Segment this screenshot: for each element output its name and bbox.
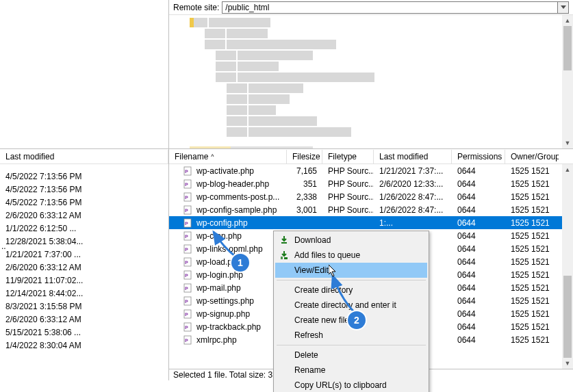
list-item[interactable]: 1/1/2022 6:12:50 ... [0,222,168,235]
col-filesize[interactable]: Filesize [287,150,322,164]
perm-cell: 0644 [452,179,505,190]
scroll-up-arrow[interactable]: ▲ [562,15,573,26]
list-item[interactable]: 12/28/2021 5:38:04... [0,235,168,248]
size-cell: 2,338 [287,192,322,202]
perm-cell: 0644 [452,192,505,202]
perm-cell: 0644 [452,335,505,345]
date-cell: 4/5/2022 7:13:56 PM [0,184,168,195]
col-owner-group[interactable]: Owner/Group [505,150,559,164]
table-row[interactable]: wp-comments-post.p...2,338PHP Sourc...1/… [169,190,573,203]
table-row[interactable]: wp-blog-header.php351PHP Sourc...2/6/202… [169,177,573,190]
own-cell: 1525 1521 [505,309,559,319]
cursor-icon [329,265,340,278]
download-icon [278,234,290,246]
own-cell: 1525 1521 [505,205,559,215]
type-cell [322,222,374,224]
menu-item-label: View/Edit [294,265,329,275]
scroll-down-arrow[interactable]: ▼ [562,138,573,148]
menu-item-rename[interactable]: Rename [275,363,427,378]
list-item[interactable]: 1/4/2022 8:30:04 AM [0,339,168,352]
list-item[interactable]: 1/21/2021 7:37:00 ... [0,248,168,261]
list-scrollbar[interactable]: ▲ ▼ [562,164,573,369]
php-file-icon [183,179,194,190]
own-cell: 1525 1521 [505,322,559,332]
remote-tree-area[interactable]: ▲ ▼ [169,15,573,148]
menu-separator [277,345,426,345]
col-permissions[interactable]: Permissions [452,150,505,164]
menu-item-label: Refresh [294,330,323,340]
list-item[interactable]: 4/5/2022 7:13:56 PM [0,183,168,196]
table-row[interactable]: wp-config-sample.php3,001PHP Sourc...1/2… [169,203,573,216]
list-item[interactable]: 4/5/2022 7:13:56 PM [0,170,168,183]
col-last-modified[interactable]: Last modified [0,150,168,164]
mod-cell: 1/26/2022 8:47:... [374,192,452,202]
col-last-modified[interactable]: Last modified [374,150,452,164]
chevron-down-icon [561,5,566,10]
callout-1: 1 [231,254,249,272]
menu-item-copy-url-s-to-clipboard[interactable]: Copy URL(s) to clipboard [275,378,427,392]
local-tree-panel [0,0,169,148]
php-file-icon [183,296,194,306]
menu-item-add-files-to-queue[interactable]: Add files to queue [275,248,427,263]
own-cell: 1525 1521 [505,218,559,228]
date-cell: 12/14/2021 8:44:02... [0,288,168,299]
menu-item-delete[interactable]: Delete [275,348,427,363]
perm-cell: 0644 [452,231,505,241]
date-cell: 4/5/2022 7:13:56 PM [0,171,168,182]
filename-cell: wp-mail.php [196,283,241,293]
list-item[interactable]: 4/5/2022 7:13:56 PM [0,196,168,209]
mod-cell: 1/26/2022 8:47:... [374,205,452,215]
date-cell: 1/1/2022 6:12:50 ... [0,223,168,234]
filename-cell: wp-comments-post.p... [196,192,279,202]
type-cell: PHP Sourc... [322,166,374,177]
menu-item-download[interactable]: Download [275,233,427,248]
svg-rect-14 [281,242,287,244]
perm-cell: 0644 [452,296,505,306]
local-list-body[interactable]: 4/5/2022 7:13:56 PM4/5/2022 7:13:56 PM4/… [0,164,168,380]
filename-cell: wp-config.php [196,218,248,228]
mod-cell: 1:... [374,218,452,228]
list-item[interactable]: 12/14/2021 8:44:02... [0,287,168,300]
truncation-ellipsis: .. [1,241,6,251]
local-list-header[interactable]: Last modified [0,149,168,164]
own-cell: 1525 1521 [505,179,559,190]
php-file-icon [183,218,194,228]
perm-cell: 0644 [452,205,505,215]
filename-cell: wp-signup.php [196,309,250,319]
remote-path-dropdown[interactable] [558,1,569,14]
col-filename[interactable]: Filename^ [169,150,287,164]
filename-cell: wp-activate.php [196,166,254,176]
date-cell: 4/5/2022 7:13:56 PM [0,197,168,208]
scroll-down-arrow[interactable]: ▼ [562,358,573,369]
list-item[interactable]: 5/15/2021 5:38:06 ... [0,326,168,339]
menu-item-refresh[interactable]: Refresh [275,328,427,343]
type-cell: PHP Sourc... [322,192,374,202]
list-item[interactable]: 2/6/2020 6:33:12 AM [0,209,168,222]
scroll-up-arrow[interactable]: ▲ [562,164,573,175]
tree-scrollbar[interactable]: ▲ ▼ [562,15,573,148]
date-cell: 2/6/2020 6:33:12 AM [0,314,168,325]
list-item[interactable]: 2/6/2020 6:33:12 AM [0,261,168,274]
size-cell [287,222,322,224]
perm-cell: 0644 [452,322,505,332]
col-filetype[interactable]: Filetype [322,150,374,164]
php-file-icon [183,231,194,241]
queue-icon [278,249,290,261]
php-file-icon [183,192,194,202]
sort-caret-icon: ^ [211,153,214,160]
own-cell: 1525 1521 [505,166,559,177]
list-item[interactable]: 11/9/2021 11:07:02... [0,274,168,287]
php-file-icon [183,322,194,332]
size-cell: 7,165 [287,166,322,177]
list-item[interactable]: 2/6/2020 6:33:12 AM [0,313,168,326]
php-file-icon [183,205,194,215]
table-row[interactable]: wp-activate.php7,165PHP Sourc...1/21/202… [169,164,573,177]
svg-rect-15 [284,257,288,259]
list-item[interactable]: 8/3/2021 3:15:58 PM [0,300,168,313]
own-cell: 1525 1521 [505,283,559,293]
own-cell: 1525 1521 [505,257,559,267]
filename-cell: wp-settings.php [196,296,254,306]
filename-cell: wp-trackback.php [196,322,261,332]
remote-path-input[interactable]: /public_html [222,1,558,14]
date-cell: 2/6/2020 6:33:12 AM [0,262,168,273]
